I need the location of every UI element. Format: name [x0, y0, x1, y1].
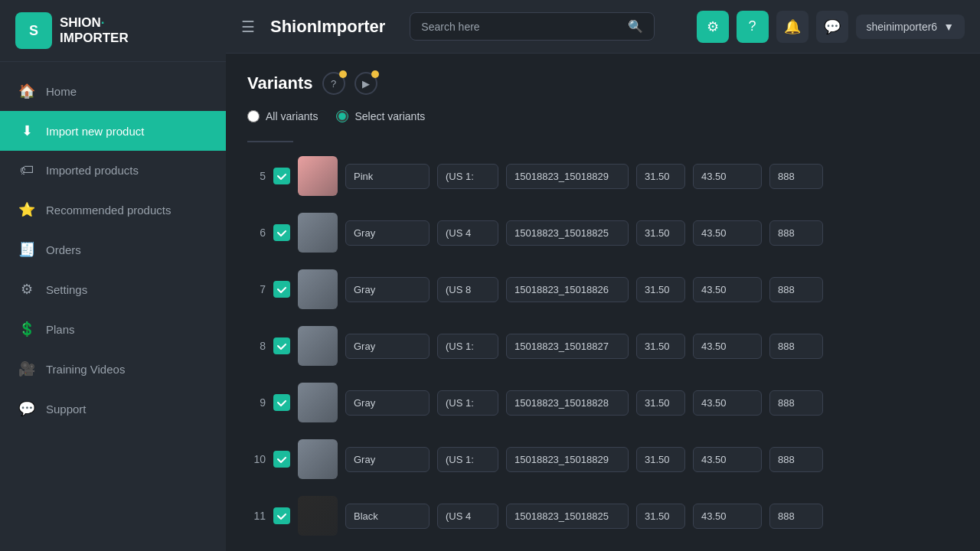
sidebar-label-orders: Orders [46, 243, 81, 256]
sku-field[interactable] [506, 334, 629, 359]
size-field[interactable] [437, 277, 498, 302]
help-circle-button[interactable]: ? [322, 72, 345, 95]
color-field[interactable] [345, 447, 430, 472]
stock-field[interactable] [769, 504, 823, 529]
size-field[interactable] [437, 504, 498, 529]
color-field[interactable] [345, 277, 430, 302]
price2-field[interactable] [693, 277, 762, 302]
row-checkbox[interactable] [273, 507, 290, 524]
select-variants-radio[interactable] [336, 110, 348, 122]
menu-icon[interactable]: ☰ [241, 18, 255, 36]
header: ☰ ShionImporter 🔍 ⚙ ? 🔔 💬 sheinimporter6… [226, 0, 980, 54]
stock-field[interactable] [769, 220, 823, 246]
select-variants-option[interactable]: Select variants [336, 110, 425, 122]
table-row: 8 [247, 321, 959, 370]
help-button[interactable]: ? [737, 11, 769, 43]
sidebar-label-settings: Settings [46, 283, 87, 296]
check-icon [276, 171, 287, 181]
sku-field[interactable] [506, 164, 629, 189]
sku-field[interactable] [506, 504, 629, 529]
sidebar-item-imported-products[interactable]: 🏷 Imported products [0, 151, 226, 190]
row-number: 7 [247, 283, 266, 295]
color-field[interactable] [345, 334, 430, 359]
price2-field[interactable] [693, 390, 762, 416]
svg-point-2 [314, 278, 322, 285]
price2-field[interactable] [693, 504, 762, 529]
check-icon [276, 284, 287, 295]
price1-field[interactable] [636, 277, 685, 302]
price1-field[interactable] [636, 334, 685, 359]
select-variants-label: Select variants [354, 110, 425, 122]
header-actions: ⚙ ? 🔔 💬 sheinimporter6 ▼ [697, 11, 965, 43]
price2-field[interactable] [693, 220, 762, 246]
color-field[interactable] [345, 390, 430, 416]
sidebar-item-home[interactable]: 🏠 Home [0, 71, 226, 111]
stock-field[interactable] [769, 334, 823, 359]
sku-field[interactable] [506, 277, 629, 302]
color-field[interactable] [345, 220, 430, 246]
price2-field[interactable] [693, 164, 762, 189]
row-number: 8 [247, 340, 266, 352]
price1-field[interactable] [636, 220, 685, 246]
search-bar[interactable]: 🔍 [410, 12, 655, 41]
logo-icon: S [15, 12, 52, 49]
sidebar-item-support[interactable]: 💬 Support [0, 389, 226, 429]
search-input[interactable] [421, 21, 622, 33]
price1-field[interactable] [636, 447, 685, 472]
size-field[interactable] [437, 220, 498, 246]
color-field[interactable] [345, 164, 430, 189]
row-number: 5 [247, 170, 266, 182]
sku-field[interactable] [506, 447, 629, 472]
svg-point-0 [314, 165, 322, 172]
notification-button[interactable]: 🔔 [776, 11, 808, 43]
row-checkbox[interactable] [273, 337, 290, 354]
sidebar-item-settings[interactable]: ⚙ Settings [0, 269, 226, 309]
sidebar-item-training-videos[interactable]: 🎥 Training Videos [0, 349, 226, 389]
size-field[interactable] [437, 447, 498, 472]
size-field[interactable] [437, 390, 498, 416]
sidebar-label-training-videos: Training Videos [46, 363, 125, 376]
price1-field[interactable] [636, 164, 685, 189]
sidebar: S SHION·IMPORTER 🏠 Home⬇ Import new prod… [0, 0, 226, 551]
product-thumbnail [298, 269, 338, 309]
row-checkbox[interactable] [273, 281, 290, 298]
row-checkbox[interactable] [273, 451, 290, 468]
message-button[interactable]: 💬 [816, 11, 848, 43]
settings-icon: ⚙ [18, 281, 35, 298]
stock-field[interactable] [769, 390, 823, 416]
sku-field[interactable] [506, 220, 629, 246]
gear-button[interactable]: ⚙ [697, 11, 729, 43]
product-thumbnail [298, 213, 338, 253]
row-checkbox[interactable] [273, 394, 290, 411]
size-field[interactable] [437, 164, 498, 189]
all-variants-option[interactable]: All variants [247, 110, 318, 122]
size-field[interactable] [437, 334, 498, 359]
row-number: 10 [247, 453, 266, 465]
stock-field[interactable] [769, 277, 823, 302]
svg-point-1 [314, 221, 322, 229]
sidebar-item-recommended-products[interactable]: ⭐ Recommended products [0, 190, 226, 230]
all-variants-radio[interactable] [247, 110, 260, 122]
price1-field[interactable] [636, 504, 685, 529]
sku-field[interactable] [506, 390, 629, 416]
sidebar-item-orders[interactable]: 🧾 Orders [0, 230, 226, 269]
play-circle-button[interactable]: ▶ [354, 72, 377, 95]
product-thumbnail [298, 439, 338, 479]
stock-field[interactable] [769, 164, 823, 189]
stock-field[interactable] [769, 447, 823, 472]
svg-point-3 [314, 334, 322, 342]
color-field[interactable] [345, 504, 430, 529]
variants-table: 5 6 [247, 152, 959, 540]
price2-field[interactable] [693, 447, 762, 472]
sidebar-item-import-new-product[interactable]: ⬇ Import new product [0, 111, 226, 151]
user-dropdown[interactable]: sheinimporter6 ▼ [856, 15, 965, 39]
row-checkbox[interactable] [273, 224, 290, 241]
home-icon: 🏠 [18, 83, 35, 99]
check-icon [276, 454, 287, 465]
row-checkbox[interactable] [273, 168, 290, 184]
product-thumbnail [298, 156, 338, 196]
product-thumbnail [298, 383, 338, 422]
price2-field[interactable] [693, 334, 762, 359]
sidebar-item-plans[interactable]: 💲 Plans [0, 309, 226, 349]
price1-field[interactable] [636, 390, 685, 416]
